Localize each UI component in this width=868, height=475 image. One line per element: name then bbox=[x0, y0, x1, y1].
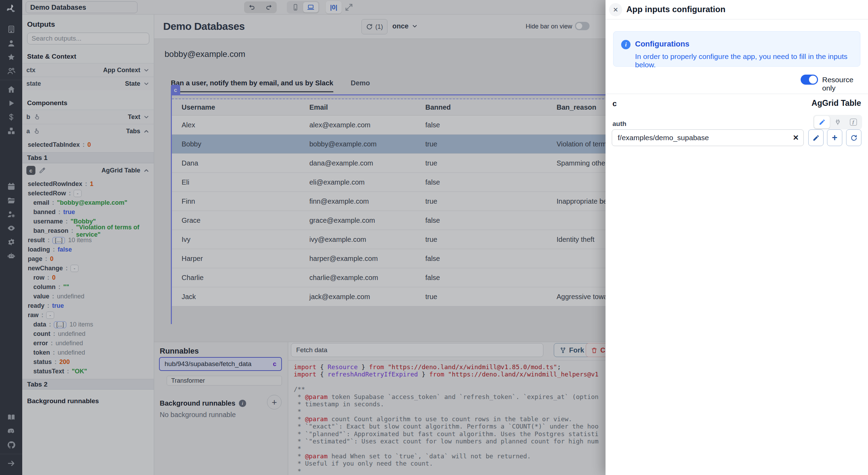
sidebar-item-building[interactable] bbox=[4, 22, 18, 36]
code-editor[interactable]: import { Resource } from "https://deno.l… bbox=[294, 363, 606, 475]
chevron-down-icon[interactable] bbox=[143, 80, 150, 87]
code-line: * `"exact"`: Exact but slow count algori… bbox=[294, 423, 606, 430]
mobile-preview-button[interactable] bbox=[288, 2, 303, 12]
fork-icon bbox=[560, 347, 566, 354]
tab-0[interactable]: Ban a user, notify them by email, and us… bbox=[171, 79, 333, 92]
output-row-state[interactable]: stateState bbox=[22, 77, 154, 90]
chevron-up-icon[interactable] bbox=[143, 128, 150, 135]
tabs-component: Ban a user, notify them by email, and us… bbox=[171, 79, 370, 92]
component-row-b[interactable]: bText bbox=[22, 110, 154, 124]
table-row[interactable]: Jackjack@example.comtrueAggressive towar… bbox=[172, 287, 608, 306]
static-mode-button[interactable] bbox=[814, 116, 830, 128]
resource-path-input[interactable] bbox=[612, 134, 788, 142]
clear-resource-icon[interactable]: ✕ bbox=[788, 134, 803, 142]
sidebar-item-home[interactable] bbox=[4, 82, 18, 96]
add-resource-button[interactable]: + bbox=[827, 129, 842, 146]
eval-mode-button[interactable]: f bbox=[845, 116, 861, 128]
add-background-runnable-button[interactable]: + bbox=[267, 395, 282, 409]
column-header-banned[interactable]: Banned bbox=[416, 99, 547, 115]
table-row[interactable]: Gracegrace@example.comfalse bbox=[172, 211, 608, 230]
sidebar-item-gear[interactable] bbox=[4, 235, 18, 249]
table-row[interactable]: Charliecharlie@example.comfalse bbox=[172, 268, 608, 287]
sidebar-item-user-gear[interactable] bbox=[4, 207, 18, 221]
sidebar-item-users[interactable] bbox=[4, 64, 18, 78]
property-key: banned bbox=[33, 209, 56, 216]
selected-grid-component[interactable]: c UsernameEmailBannedBan_reason Alexalex… bbox=[171, 94, 608, 324]
transformer-item[interactable]: Transformer bbox=[167, 376, 282, 385]
sidebar-item-github[interactable] bbox=[4, 438, 18, 452]
chevron-up-icon[interactable] bbox=[143, 167, 150, 174]
table-row[interactable]: Finnfinn@example.comtrueInappropriate be… bbox=[172, 192, 608, 211]
refresh-app-button[interactable]: (1) bbox=[361, 19, 387, 34]
chevron-down-icon[interactable] bbox=[143, 114, 150, 120]
chevron-down-icon bbox=[411, 23, 418, 29]
sidebar-item-play[interactable] bbox=[4, 96, 18, 110]
sidebar-item-robot[interactable] bbox=[4, 249, 18, 263]
hide-bar-toggle[interactable] bbox=[575, 22, 590, 30]
sidebar-item-discord[interactable] bbox=[4, 424, 18, 438]
column-header-email[interactable]: Email bbox=[300, 99, 416, 115]
sidebar-item-user[interactable] bbox=[4, 36, 18, 50]
edit-resource-button[interactable] bbox=[808, 129, 824, 146]
output-row-ctx[interactable]: ctxApp Context bbox=[22, 63, 154, 77]
sidebar-item-folder[interactable] bbox=[4, 193, 18, 207]
cell-ban_reason bbox=[547, 211, 608, 230]
component-row-a[interactable]: aTabs bbox=[22, 124, 154, 138]
cell-username: Jack bbox=[172, 287, 300, 306]
property-key: page bbox=[28, 255, 42, 263]
clear-button[interactable]: Cl bbox=[586, 343, 606, 357]
column-header-ban_reason[interactable]: Ban_reason bbox=[547, 99, 608, 115]
text-component[interactable]: bobby@example.com bbox=[165, 49, 245, 59]
fullscreen-button[interactable] bbox=[344, 3, 353, 12]
table-row[interactable]: Danadana@example.comtrueSpamming other u bbox=[172, 154, 608, 173]
property-row: value:undefined bbox=[22, 292, 154, 301]
app-name-input[interactable] bbox=[26, 1, 137, 13]
code-line: import { Resource } from "https://deno.l… bbox=[294, 363, 606, 371]
schedule-value: once bbox=[392, 22, 409, 30]
close-icon[interactable]: × bbox=[609, 3, 622, 16]
auth-field-label: auth bbox=[612, 120, 626, 128]
fork-button[interactable]: Fork bbox=[554, 343, 590, 357]
property-value[interactable]: - bbox=[70, 265, 78, 272]
table-row[interactable]: Bobbybobby@example.comtrueViolation of t… bbox=[172, 135, 608, 154]
tab-1[interactable]: Demo bbox=[351, 79, 370, 92]
table-row[interactable]: Harperharper@example.comfalse bbox=[172, 249, 608, 268]
property-key: error bbox=[33, 340, 48, 347]
runnable-name-input[interactable] bbox=[291, 343, 543, 357]
refresh-resource-button[interactable] bbox=[846, 129, 861, 146]
book-icon bbox=[7, 413, 16, 422]
component-type: Text bbox=[128, 113, 140, 121]
sidebar-item-eye[interactable] bbox=[4, 221, 18, 235]
connect-mode-button[interactable] bbox=[830, 116, 845, 128]
chevron-down-icon[interactable] bbox=[143, 67, 150, 74]
schedule-dropdown[interactable]: once bbox=[392, 22, 418, 30]
collapse-sidebar-button[interactable] bbox=[4, 456, 18, 470]
property-key: selectedRowIndex bbox=[28, 180, 82, 188]
property-value[interactable]: [...] bbox=[54, 321, 66, 328]
undo-icon[interactable] bbox=[249, 4, 256, 11]
sidebar-item-calendar[interactable] bbox=[4, 179, 18, 193]
resource-only-toggle[interactable] bbox=[801, 75, 818, 85]
clear-label: Cl bbox=[600, 346, 606, 354]
property-value[interactable]: [...] bbox=[52, 237, 65, 244]
column-header-username[interactable]: Username bbox=[172, 99, 300, 115]
component-row-c[interactable]: cAgGrid Table bbox=[22, 163, 154, 177]
windmill-logo-icon[interactable] bbox=[6, 3, 17, 15]
desktop-preview-button[interactable] bbox=[303, 2, 318, 12]
sidebar-item-star[interactable] bbox=[4, 50, 18, 64]
table-row[interactable]: Ivyivy@example.comtrueIdentity theft bbox=[172, 230, 608, 249]
search-outputs-input[interactable] bbox=[27, 33, 149, 44]
sidebar-item-book[interactable] bbox=[4, 410, 18, 424]
property-value[interactable]: - bbox=[46, 312, 54, 319]
table-row[interactable]: Alexalex@example.comfalse bbox=[172, 116, 608, 135]
component-selection-badge[interactable]: c bbox=[171, 85, 180, 95]
property-value[interactable]: - bbox=[74, 190, 82, 197]
trash-icon bbox=[591, 347, 598, 354]
center-canvas-button[interactable]: |0| bbox=[326, 1, 342, 14]
sidebar-item-cubes[interactable] bbox=[4, 124, 18, 138]
table-row[interactable]: Elieli@example.comfalse bbox=[172, 173, 608, 192]
sidebar-item-dollar[interactable] bbox=[4, 110, 18, 124]
redo-icon[interactable] bbox=[265, 4, 272, 11]
property-value: 0 bbox=[52, 274, 56, 281]
runnable-item-selected[interactable]: hub/943/supabase/fetch_data c bbox=[159, 357, 282, 371]
